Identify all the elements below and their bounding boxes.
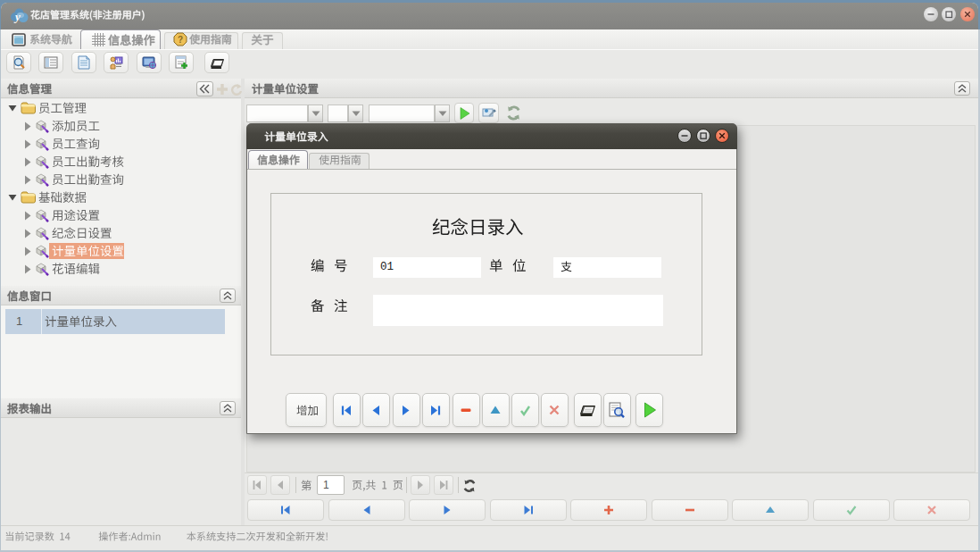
svg-text:y: y	[13, 10, 21, 23]
svg-text:?: ?	[178, 35, 183, 45]
